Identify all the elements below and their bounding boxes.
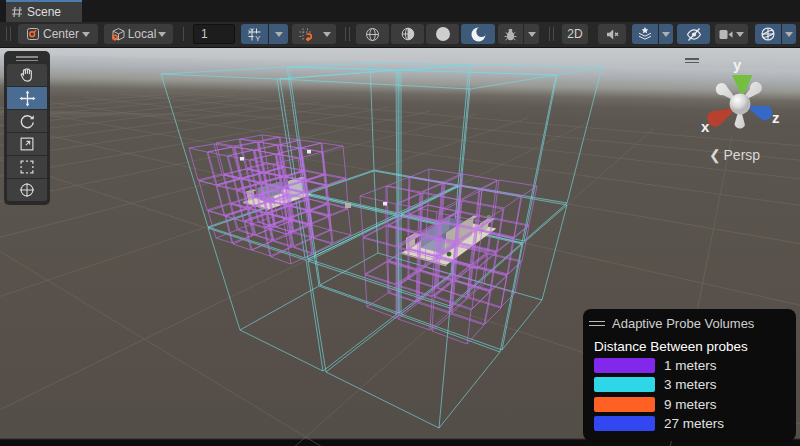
svg-text:z: z — [772, 109, 780, 126]
svg-text:x: x — [701, 118, 710, 135]
svg-text:y: y — [733, 56, 742, 73]
